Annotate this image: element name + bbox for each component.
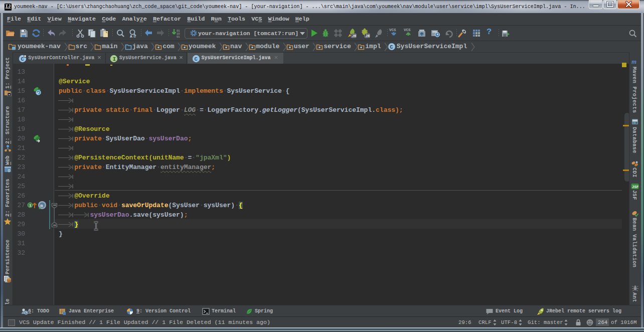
svg-text:1: 1: [29, 203, 32, 208]
svg-text:01: 01: [177, 35, 180, 38]
svg-text:A: A: [130, 34, 132, 38]
svg-text:JR: JR: [366, 34, 370, 38]
svg-text:C: C: [21, 56, 24, 62]
svg-text:C: C: [390, 44, 393, 50]
svg-text:JSF: JSF: [632, 185, 639, 189]
svg-text:VCS: VCS: [389, 28, 396, 32]
svg-text:I: I: [113, 56, 116, 62]
svg-text:VCS: VCS: [404, 28, 411, 32]
svg-text:C: C: [194, 56, 198, 62]
svg-text:m: m: [631, 58, 636, 65]
svg-text:B: B: [133, 34, 136, 38]
svg-text:JR: JR: [352, 34, 357, 38]
svg-text:m: m: [40, 204, 43, 209]
